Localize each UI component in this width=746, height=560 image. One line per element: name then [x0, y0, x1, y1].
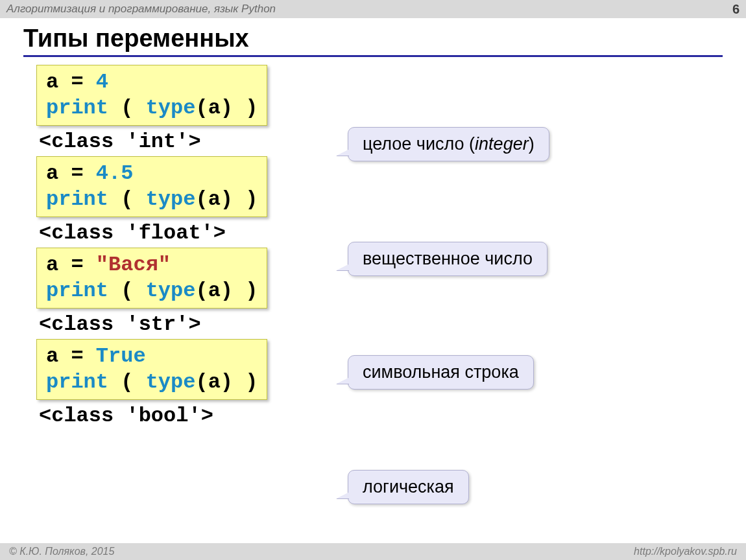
- title-rule: [23, 55, 723, 57]
- header-bar: Алгоритмизация и программирование, язык …: [0, 0, 746, 18]
- header-title: Алгоритмизация и программирование, язык …: [6, 3, 276, 16]
- page-number: 6: [732, 2, 740, 17]
- code-box: a = Trueprint ( type(a) ): [36, 339, 267, 400]
- code-output: <class 'str'>: [36, 311, 746, 339]
- footer-copyright: © К.Ю. Поляков, 2015: [9, 546, 114, 557]
- code-assign: a = 4.5: [46, 161, 258, 187]
- code-print: print ( type(a) ): [46, 278, 258, 304]
- slide-title: Типы переменных: [0, 18, 746, 55]
- footer-url: http://kpolyakov.spb.ru: [634, 546, 737, 557]
- code-assign: a = True: [46, 344, 258, 369]
- code-assign: a = "Вася": [46, 252, 258, 278]
- code-box: a = "Вася"print ( type(a) ): [36, 248, 267, 309]
- code-assign: a = 4: [46, 69, 258, 95]
- code-print: print ( type(a) ): [46, 369, 258, 395]
- code-output: <class 'bool'>: [36, 402, 746, 430]
- code-print: print ( type(a) ): [46, 187, 258, 213]
- callout: логическая: [348, 470, 469, 504]
- callout: целое число (integer): [348, 127, 549, 161]
- code-box: a = 4print ( type(a) ): [36, 65, 267, 126]
- callout: вещественное число: [348, 242, 547, 276]
- type-block-1: a = 4.5print ( type(a) )<class 'float'>: [36, 156, 746, 248]
- code-box: a = 4.5print ( type(a) ): [36, 156, 267, 217]
- footer-bar: © К.Ю. Поляков, 2015 http://kpolyakov.sp…: [0, 543, 746, 560]
- callout: символьная строка: [348, 355, 534, 390]
- code-print: print ( type(a) ): [46, 95, 258, 121]
